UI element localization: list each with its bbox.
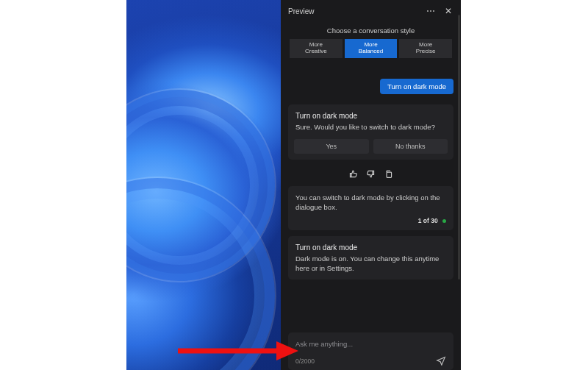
status-dot (442, 219, 446, 223)
input-area[interactable]: Ask me anything... 0/2000 (288, 332, 453, 370)
turn-counter-row: 1 of 30 (295, 217, 446, 224)
thumbs-down-icon[interactable] (366, 168, 376, 179)
panel-header: Preview ⋯ ✕ (281, 0, 461, 21)
more-icon[interactable]: ⋯ (424, 4, 437, 18)
thumbs-up-icon[interactable] (348, 168, 359, 179)
svg-rect-0 (387, 172, 392, 177)
card-text: You can switch to dark mode by clicking … (295, 193, 446, 213)
assistant-card-info: You can switch to dark mode by clicking … (288, 186, 453, 230)
feedback-row (288, 168, 453, 179)
assistant-card-prompt: Turn on dark mode Sure. Would you like t… (288, 104, 453, 160)
card-title: Turn on dark mode (295, 243, 446, 252)
conversation-style-block: Choose a conversation style More Creativ… (281, 21, 461, 68)
assistant-card-confirm: Turn on dark mode Dark mode is on. You c… (288, 236, 453, 280)
style-creative[interactable]: More Creative (290, 39, 343, 58)
copy-icon[interactable] (384, 168, 394, 179)
style-caption: Choose a conversation style (290, 26, 452, 35)
card-text: Sure. Would you like to switch to dark m… (295, 123, 446, 132)
copilot-panel: Preview ⋯ ✕ Choose a conversation style … (281, 0, 461, 370)
close-icon[interactable]: ✕ (442, 4, 455, 18)
char-counter: 0/2000 (295, 357, 315, 365)
scrollbar[interactable] (458, 15, 460, 280)
card-title: Turn on dark mode (295, 112, 446, 120)
input-placeholder: Ask me anything... (295, 340, 446, 348)
user-message: Turn on dark mode (380, 79, 453, 94)
no-thanks-button[interactable]: No thanks (373, 139, 448, 154)
yes-button[interactable]: Yes (294, 139, 369, 154)
card-text: Dark mode is on. You can change this any… (295, 255, 446, 274)
send-icon[interactable] (436, 355, 446, 367)
style-balanced[interactable]: More Balanced (345, 39, 398, 58)
chat-body: Turn on dark mode Turn on dark mode Sure… (281, 68, 461, 327)
style-precise[interactable]: More Precise (399, 39, 452, 58)
turn-counter: 1 of 30 (418, 217, 438, 224)
panel-title: Preview (288, 7, 420, 15)
desktop-wallpaper (126, 0, 288, 370)
